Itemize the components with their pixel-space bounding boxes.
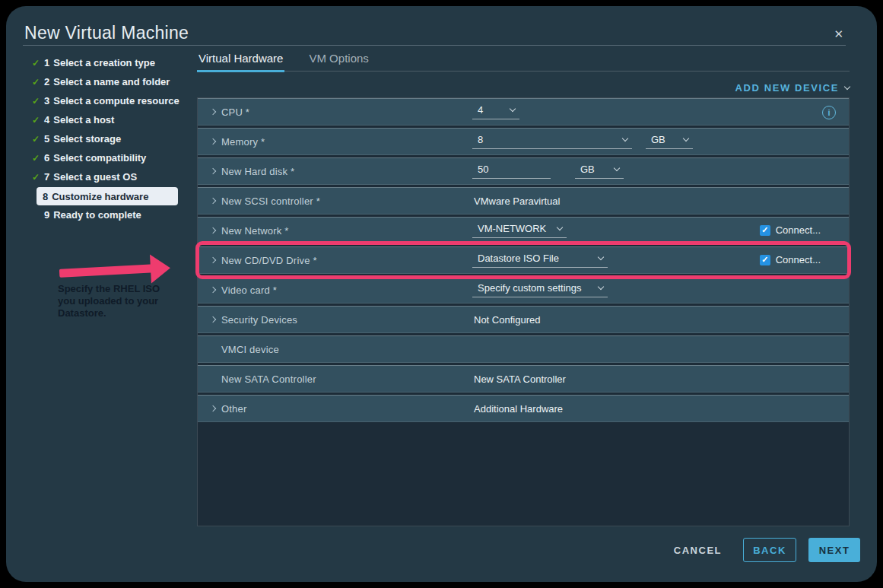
row-memory[interactable]: Memory * 8 GB bbox=[198, 128, 849, 155]
checkbox-checked-icon[interactable]: ✓ bbox=[760, 255, 770, 265]
cancel-button[interactable]: CANCEL bbox=[674, 545, 722, 556]
step-customize-hardware-active[interactable]: 8 Customize hardware bbox=[37, 187, 178, 205]
new-vm-wizard-dialog: New Virtual Machine ✕ ✓ 1 Select a creat… bbox=[6, 6, 877, 582]
row-label: Video card * bbox=[221, 284, 277, 296]
add-new-device-button[interactable]: ADD NEW DEVICE bbox=[735, 82, 850, 94]
row-label: New CD/DVD Drive * bbox=[221, 255, 317, 266]
step-label: Select a host bbox=[53, 114, 114, 126]
network-value: VM-NETWORK bbox=[478, 223, 546, 234]
tab-vm-options[interactable]: VM Options bbox=[307, 49, 370, 71]
row-label: New SCSI controller * bbox=[221, 195, 320, 207]
row-cpu[interactable]: CPU * 4 i bbox=[198, 98, 849, 126]
memory-unit-dropdown[interactable]: GB bbox=[646, 133, 693, 149]
network-connect-checkbox[interactable]: ✓ Connect... bbox=[760, 224, 821, 236]
row-new-sata-controller: New SATA Controller New SATA Controller bbox=[198, 365, 849, 393]
row-other[interactable]: Other Additional Hardware bbox=[198, 395, 849, 422]
cddvd-source-dropdown[interactable]: Datastore ISO File bbox=[472, 252, 608, 268]
chevron-right-icon[interactable] bbox=[210, 138, 216, 145]
network-dropdown[interactable]: VM-NETWORK bbox=[472, 222, 567, 238]
row-label: Security Devices bbox=[221, 314, 297, 326]
row-security-devices[interactable]: Security Devices Not Configured bbox=[198, 306, 849, 333]
step-select-creation-type[interactable]: ✓ 1 Select a creation type bbox=[32, 53, 195, 72]
row-label: Memory * bbox=[221, 136, 265, 148]
step-number: 1 bbox=[44, 57, 49, 68]
cpu-count-value: 4 bbox=[478, 104, 483, 116]
row-new-scsi-controller[interactable]: New SCSI controller * VMware Paravirtual bbox=[198, 187, 849, 215]
step-label: Select a compute resource bbox=[53, 95, 179, 106]
checkmark-icon: ✓ bbox=[32, 96, 44, 106]
step-number: 4 bbox=[44, 114, 49, 126]
tab-bar: Virtual Hardware VM Options bbox=[197, 49, 850, 72]
close-icon[interactable]: ✕ bbox=[834, 27, 843, 41]
step-number: 9 bbox=[44, 209, 49, 221]
step-label: Select compatibility bbox=[53, 152, 146, 164]
tab-virtual-hardware[interactable]: Virtual Hardware bbox=[197, 49, 284, 72]
step-select-compute-resource[interactable]: ✓ 3 Select a compute resource bbox=[32, 91, 195, 110]
chevron-right-icon[interactable] bbox=[210, 257, 216, 263]
other-value: Additional Hardware bbox=[474, 403, 563, 415]
checkmark-icon: ✓ bbox=[32, 153, 44, 164]
chevron-right-icon[interactable] bbox=[210, 316, 216, 323]
page-title: New Virtual Machine bbox=[24, 23, 189, 43]
cddvd-source-value: Datastore ISO File bbox=[478, 253, 559, 264]
checkmark-icon: ✓ bbox=[32, 172, 44, 183]
step-select-host[interactable]: ✓ 4 Select a host bbox=[32, 110, 195, 129]
next-button[interactable]: NEXT bbox=[808, 538, 860, 562]
step-number: 7 bbox=[44, 171, 49, 183]
memory-size-dropdown[interactable]: 8 bbox=[472, 133, 632, 149]
row-video-card[interactable]: Video card * Specify custom settings bbox=[198, 276, 849, 304]
chevron-down-icon bbox=[683, 135, 689, 141]
disk-size-input[interactable] bbox=[472, 163, 551, 179]
cpu-count-dropdown[interactable]: 4 bbox=[472, 103, 519, 119]
step-label: Select storage bbox=[53, 133, 121, 145]
info-icon[interactable]: i bbox=[822, 106, 836, 119]
chevron-right-icon[interactable] bbox=[210, 287, 216, 293]
step-select-name-folder[interactable]: ✓ 2 Select a name and folder bbox=[32, 72, 195, 91]
row-vmci-device: VMCI device bbox=[198, 335, 849, 363]
disk-unit-value: GB bbox=[580, 164, 595, 175]
row-label: VMCI device bbox=[221, 344, 279, 355]
chevron-right-icon[interactable] bbox=[210, 227, 216, 234]
step-select-compatibility[interactable]: ✓ 6 Select compatibility bbox=[32, 148, 195, 167]
sata-controller-value: New SATA Controller bbox=[474, 373, 566, 385]
scsi-controller-value: VMware Paravirtual bbox=[474, 195, 560, 207]
row-new-cddvd-drive[interactable]: New CD/DVD Drive * Datastore ISO File ✓ … bbox=[198, 246, 849, 274]
row-label: Other bbox=[221, 403, 247, 415]
row-label: New SATA Controller bbox=[221, 373, 316, 385]
chevron-down-icon bbox=[844, 83, 850, 89]
checkmark-icon: ✓ bbox=[32, 77, 44, 87]
add-new-device-label: ADD NEW DEVICE bbox=[735, 82, 839, 94]
checkbox-label: Connect... bbox=[776, 254, 821, 265]
chevron-right-icon[interactable] bbox=[210, 405, 216, 412]
disk-unit-dropdown[interactable]: GB bbox=[575, 163, 624, 179]
chevron-right-icon[interactable] bbox=[210, 109, 216, 115]
row-new-network[interactable]: New Network * VM-NETWORK ✓ Connect... bbox=[198, 217, 849, 244]
security-devices-value: Not Configured bbox=[474, 314, 540, 326]
row-new-hard-disk[interactable]: New Hard disk * GB bbox=[198, 157, 849, 185]
toolbar: ADD NEW DEVICE bbox=[197, 76, 850, 99]
header-divider bbox=[23, 45, 846, 46]
row-label: New Hard disk * bbox=[221, 166, 294, 177]
checkmark-icon: ✓ bbox=[32, 115, 44, 126]
chevron-down-icon bbox=[598, 284, 604, 290]
footer: CANCEL BACK NEXT bbox=[674, 538, 860, 562]
step-number: 5 bbox=[44, 133, 49, 145]
device-list: CPU * 4 i Memory * 8 GB New Hard disk * bbox=[197, 97, 850, 526]
chevron-right-icon[interactable] bbox=[210, 198, 216, 204]
step-label: Select a guest OS bbox=[53, 171, 137, 183]
video-card-dropdown[interactable]: Specify custom settings bbox=[472, 281, 608, 297]
cddvd-connect-checkbox[interactable]: ✓ Connect... bbox=[760, 254, 821, 265]
row-label: CPU * bbox=[221, 106, 249, 118]
step-label: Customize hardware bbox=[52, 191, 148, 202]
annotation-note: Specify the RHEL ISO you uploaded to you… bbox=[58, 283, 176, 319]
chevron-down-icon bbox=[598, 254, 604, 260]
step-select-storage[interactable]: ✓ 5 Select storage bbox=[32, 129, 195, 148]
checkbox-checked-icon[interactable]: ✓ bbox=[760, 225, 770, 236]
chevron-right-icon[interactable] bbox=[210, 168, 216, 174]
chevron-down-icon bbox=[557, 224, 563, 230]
step-number: 8 bbox=[43, 191, 48, 202]
wizard-steps: ✓ 1 Select a creation type ✓ 2 Select a … bbox=[32, 53, 195, 224]
back-button[interactable]: BACK bbox=[743, 538, 796, 562]
step-number: 3 bbox=[44, 95, 49, 106]
step-select-guest-os[interactable]: ✓ 7 Select a guest OS bbox=[32, 167, 195, 186]
